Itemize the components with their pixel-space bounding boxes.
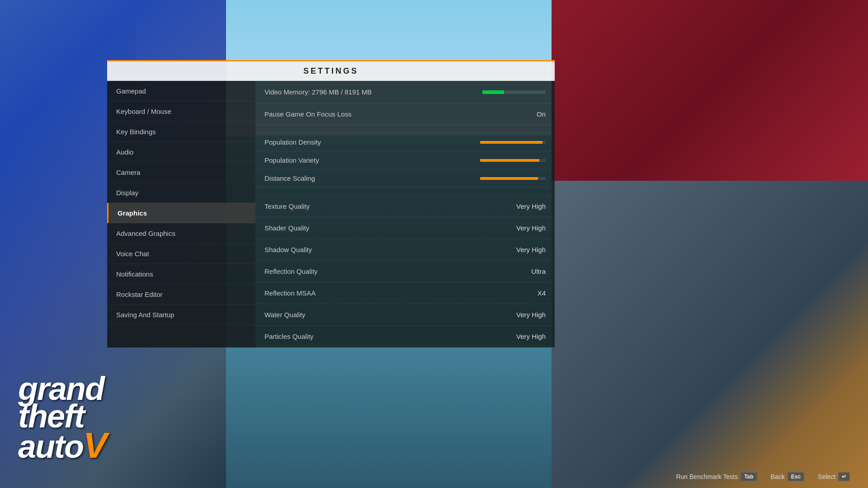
quality-row-reflection-msaa[interactable]: Reflection MSAAX4	[255, 282, 555, 304]
pause-game-label: Pause Game On Focus Loss	[264, 110, 537, 118]
quality-row-shader-quality[interactable]: Shader QualityVery High	[255, 217, 555, 239]
bottom-action-benchmark[interactable]: Run Benchmark TestsTab	[676, 472, 757, 481]
quality-container: Texture QualityVery HighShader QualityVe…	[255, 196, 555, 347]
vram-row: Video Memory: 2796 MB / 8191 MB	[255, 81, 555, 103]
pause-game-row[interactable]: Pause Game On Focus Loss On	[255, 103, 555, 125]
quality-value-reflection-quality: Ultra	[531, 267, 546, 275]
quality-row-texture-quality[interactable]: Texture QualityVery High	[255, 196, 555, 217]
vram-bar-fill	[482, 90, 504, 94]
quality-value-reflection-msaa: X4	[538, 289, 546, 297]
nav-item-saving-startup[interactable]: Saving And Startup	[107, 305, 255, 325]
section-gap-1	[255, 125, 555, 133]
slider-row-distance-scaling[interactable]: Distance Scaling	[255, 169, 555, 188]
nav-item-audio[interactable]: Audio	[107, 142, 255, 162]
bottom-action-label-benchmark: Run Benchmark Tests	[676, 473, 738, 480]
bottom-action-label-back: Back	[771, 473, 785, 480]
vram-label: Video Memory: 2796 MB / 8191 MB	[264, 88, 482, 96]
vram-bar	[482, 90, 546, 94]
gta-logo: grand theft autoV	[18, 375, 106, 461]
key-badge-back: Esc	[788, 472, 804, 481]
settings-panel: SETTINGS GamepadKeyboard / MouseKey Bind…	[107, 60, 555, 347]
bottom-action-label-select: Select	[818, 473, 835, 480]
quality-label-reflection-msaa: Reflection MSAA	[264, 289, 538, 297]
pause-game-value: On	[537, 110, 546, 118]
slider-row-population-variety[interactable]: Population Variety	[255, 151, 555, 169]
quality-value-shadow-quality: Very High	[516, 246, 546, 253]
section-gap-2	[255, 188, 555, 196]
content-panel: Video Memory: 2796 MB / 8191 MB Pause Ga…	[255, 81, 555, 347]
quality-label-water-quality: Water Quality	[264, 311, 516, 319]
nav-panel: GamepadKeyboard / MouseKey BindingsAudio…	[107, 81, 255, 347]
logo-text: grand theft autoV	[18, 375, 106, 461]
bottom-action-select[interactable]: Select↵	[818, 472, 850, 481]
slider-fill-population-variety	[480, 159, 539, 162]
slider-bar-distance-scaling	[480, 177, 546, 180]
quality-label-particles-quality: Particles Quality	[264, 333, 516, 340]
quality-value-water-quality: Very High	[516, 311, 546, 319]
slider-bar-population-variety	[480, 159, 546, 162]
slider-fill-distance-scaling	[480, 177, 538, 180]
nav-item-key-bindings[interactable]: Key Bindings	[107, 122, 255, 142]
sliders-container: Population DensityPopulation VarietyDist…	[255, 133, 555, 188]
quality-row-water-quality[interactable]: Water QualityVery High	[255, 304, 555, 326]
bottom-bar: Run Benchmark TestsTabBackEscSelect↵	[0, 465, 868, 488]
slider-label-population-variety: Population Variety	[264, 156, 480, 164]
logo-v: V	[83, 430, 106, 461]
nav-item-advanced-graphics[interactable]: Advanced Graphics	[107, 223, 255, 244]
quality-row-reflection-quality[interactable]: Reflection QualityUltra	[255, 261, 555, 282]
nav-item-gamepad[interactable]: Gamepad	[107, 81, 255, 101]
nav-item-rockstar-editor[interactable]: Rockstar Editor	[107, 284, 255, 305]
slider-fill-population-density	[480, 141, 542, 144]
key-badge-select: ↵	[838, 472, 850, 481]
bottom-action-back[interactable]: BackEsc	[771, 472, 804, 481]
quality-row-shadow-quality[interactable]: Shadow QualityVery High	[255, 239, 555, 261]
quality-label-shadow-quality: Shadow Quality	[264, 246, 516, 253]
bg-right-upper	[552, 0, 868, 181]
nav-item-camera[interactable]: Camera	[107, 162, 255, 183]
nav-item-voice-chat[interactable]: Voice Chat	[107, 244, 255, 264]
quality-value-texture-quality: Very High	[516, 202, 546, 210]
settings-title: SETTINGS	[303, 66, 359, 76]
nav-item-graphics[interactable]: Graphics	[107, 203, 255, 223]
nav-item-notifications[interactable]: Notifications	[107, 264, 255, 284]
key-badge-benchmark: Tab	[741, 472, 757, 481]
slider-label-population-density: Population Density	[264, 138, 480, 146]
slider-row-population-density[interactable]: Population Density	[255, 133, 555, 151]
quality-value-particles-quality: Very High	[516, 333, 546, 340]
slider-bar-population-density	[480, 141, 546, 144]
quality-label-shader-quality: Shader Quality	[264, 224, 516, 232]
quality-label-texture-quality: Texture Quality	[264, 202, 516, 210]
logo-line3: autoV	[18, 430, 106, 461]
bg-right-lower	[552, 181, 868, 488]
quality-label-reflection-quality: Reflection Quality	[264, 267, 531, 275]
nav-item-display[interactable]: Display	[107, 183, 255, 203]
nav-item-keyboard-mouse[interactable]: Keyboard / Mouse	[107, 101, 255, 122]
quality-row-particles-quality[interactable]: Particles QualityVery High	[255, 326, 555, 347]
settings-body: GamepadKeyboard / MouseKey BindingsAudio…	[107, 81, 555, 347]
quality-value-shader-quality: Very High	[516, 224, 546, 232]
settings-title-bar: SETTINGS	[107, 60, 555, 81]
slider-label-distance-scaling: Distance Scaling	[264, 174, 480, 182]
